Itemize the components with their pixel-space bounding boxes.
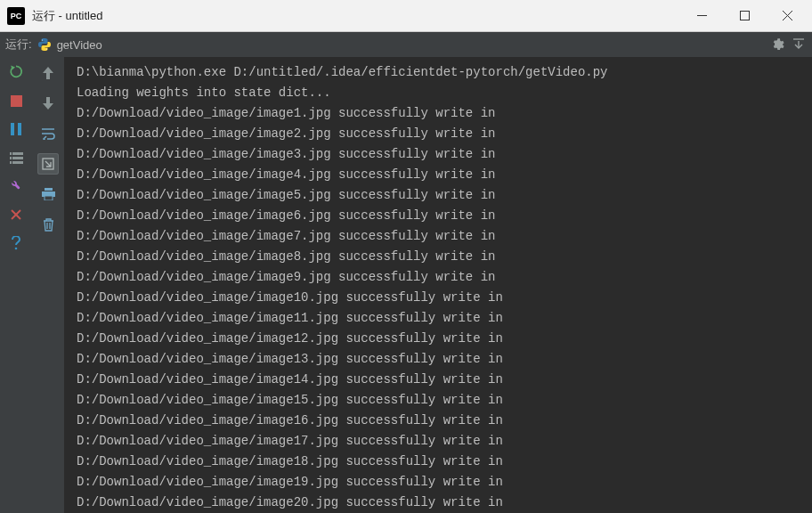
- pycharm-app-icon: PC: [7, 7, 25, 25]
- scroll-up-button[interactable]: [37, 62, 59, 84]
- attach-debugger-button[interactable]: [6, 176, 26, 196]
- run-tool-window: D:\bianma\python.exe D:/untitled/.idea/e…: [0, 57, 812, 513]
- minimize-button[interactable]: [680, 0, 723, 31]
- help-button[interactable]: [6, 233, 26, 253]
- close-x-button[interactable]: [6, 205, 26, 224]
- run-actions-col2: [32, 57, 64, 513]
- svg-rect-8: [11, 95, 22, 107]
- rerun-button[interactable]: [6, 62, 26, 82]
- svg-point-19: [15, 248, 18, 250]
- run-config-name[interactable]: getVideo: [57, 38, 102, 52]
- svg-rect-10: [18, 123, 21, 135]
- svg-rect-14: [10, 152, 12, 155]
- svg-rect-16: [10, 161, 12, 164]
- scroll-to-end-button[interactable]: [37, 153, 59, 175]
- svg-rect-12: [12, 157, 23, 159]
- svg-point-5: [46, 49, 47, 50]
- scroll-down-button[interactable]: [37, 93, 59, 114]
- exit-button[interactable]: [6, 148, 26, 167]
- clear-trash-button[interactable]: [37, 214, 59, 235]
- svg-rect-13: [12, 161, 23, 164]
- run-panel-header: 运行: getVideo: [0, 32, 812, 57]
- run-actions-col1: [0, 57, 32, 513]
- svg-rect-9: [11, 123, 14, 135]
- print-button[interactable]: [37, 183, 59, 205]
- python-icon: [37, 37, 52, 52]
- svg-rect-11: [12, 152, 23, 155]
- close-button[interactable]: [766, 0, 808, 31]
- titlebar: PC 运行 - untitled: [0, 0, 812, 32]
- stop-button[interactable]: [6, 91, 26, 110]
- maximize-button[interactable]: [723, 0, 766, 31]
- svg-rect-24: [45, 196, 53, 200]
- svg-point-4: [42, 40, 43, 41]
- console-output[interactable]: D:\bianma\python.exe D:/untitled/.idea/e…: [64, 57, 812, 513]
- soft-wrap-button[interactable]: [37, 123, 59, 144]
- settings-gear-icon[interactable]: [769, 37, 785, 53]
- panel-title: 运行:: [5, 37, 32, 53]
- pause-button[interactable]: [6, 119, 26, 139]
- window-title: 运行 - untitled: [32, 8, 680, 24]
- svg-rect-15: [10, 157, 12, 159]
- toolbar-collapse-icon[interactable]: [791, 37, 807, 53]
- svg-rect-22: [45, 188, 53, 191]
- svg-rect-1: [740, 12, 749, 20]
